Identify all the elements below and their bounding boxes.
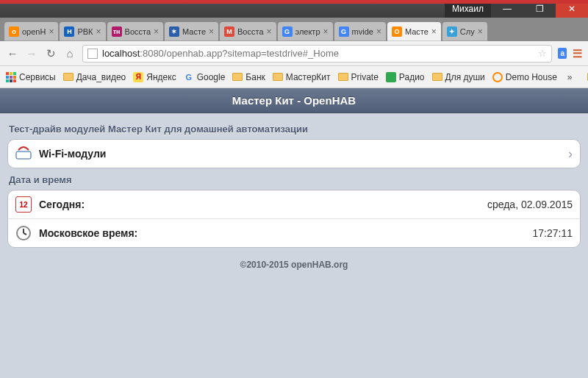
tab-close-icon[interactable]: × (267, 26, 272, 37)
browser-tab[interactable]: Gmvide× (334, 22, 386, 41)
tab-favicon: ✶ (169, 26, 179, 37)
bookmark-label: Demo House (506, 72, 557, 82)
bookmark-label: Private (351, 72, 379, 82)
bookmark-item[interactable]: Private (338, 72, 379, 82)
tab-label: Восста (125, 27, 151, 36)
tab-close-icon[interactable]: × (478, 26, 483, 37)
openhab-footer: ©2010-2015 openHAB.org (7, 248, 581, 282)
bookmark-item[interactable]: МастерКит (273, 72, 331, 82)
bookmark-label: Для души (445, 72, 485, 82)
tab-close-icon[interactable]: × (49, 26, 54, 37)
folder-icon (232, 73, 243, 81)
tab-label: Восста (237, 27, 264, 36)
forward-button[interactable]: → (25, 47, 38, 60)
apps-shortcut[interactable]: Сервисы (6, 72, 56, 82)
bookmark-label: Яндекс (146, 72, 176, 82)
home-button[interactable]: ⌂ (63, 47, 76, 60)
wifi-modules-row[interactable]: Wi-Fi-модули › (8, 140, 580, 168)
tab-label: mvide (352, 27, 373, 36)
page-content: Мастер Кит - OpenHAB Тест-драйв модулей … (0, 88, 588, 378)
tab-favicon: H (64, 26, 74, 37)
tab-close-icon[interactable]: × (323, 26, 329, 37)
tab-label: openH (22, 27, 46, 36)
address-bar[interactable]: localhost:8080/openhab.app?sitemap=testd… (82, 45, 552, 63)
folder-icon (338, 73, 348, 81)
browser-tab[interactable]: ✶Масте× (165, 22, 218, 41)
wifi-module-icon (15, 146, 32, 162)
bookmark-item[interactable]: Demo House (492, 72, 557, 82)
browser-tab[interactable]: ✦Слу× (442, 22, 487, 41)
folder-icon (432, 73, 442, 81)
browser-tab[interactable]: тнВосста× (107, 22, 164, 41)
calendar-icon: 12 (15, 196, 32, 213)
browser-tab[interactable]: OМасте× (387, 22, 441, 41)
wifi-modules-label: Wi-Fi-модули (39, 148, 106, 160)
tab-label: РВК (77, 27, 93, 36)
bookmark-item[interactable]: GGoogle (184, 72, 226, 82)
tab-favicon: O (392, 26, 402, 37)
tab-label: Масте (182, 27, 206, 36)
openhab-header: Мастер Кит - OpenHAB (0, 88, 588, 113)
today-value: среда, 02.09.2015 (85, 199, 573, 210)
clock-icon (15, 225, 32, 241)
svg-rect-0 (16, 151, 31, 159)
back-button[interactable]: ← (6, 47, 19, 60)
section-title-testdrive: Тест-драйв модулей Мастер Кит для домашн… (7, 118, 581, 139)
folder-icon (273, 73, 283, 81)
today-label: Сегодня: (39, 199, 85, 210)
apps-icon (6, 72, 16, 82)
tab-close-icon[interactable]: × (376, 26, 381, 37)
tab-favicon: ✦ (447, 26, 457, 37)
chevron-right-icon: › (568, 146, 573, 162)
bookmark-label: Дача_видео (76, 72, 126, 82)
bookmarks-overflow[interactable]: » (567, 72, 573, 82)
tab-favicon: M (224, 26, 234, 37)
tab-favicon: G (339, 26, 349, 37)
reload-button[interactable]: ↻ (44, 47, 57, 60)
folder-icon (63, 73, 74, 81)
browser-tab[interactable]: oopenH× (4, 22, 58, 41)
browser-tab[interactable]: MВосста× (220, 22, 276, 41)
tab-favicon: G (282, 26, 293, 37)
tab-close-icon[interactable]: × (154, 26, 159, 37)
chrome-menu-button[interactable]: ☰ (573, 47, 582, 60)
tab-label: Масте (405, 27, 429, 36)
bookmark-label: МастерКит (286, 72, 331, 82)
bookmark-label: Радио (399, 72, 425, 82)
today-row: 12 Сегодня: среда, 02.09.2015 (8, 190, 580, 218)
bookmark-star-icon[interactable]: ☆ (538, 48, 547, 59)
translate-icon[interactable]: a (558, 48, 567, 59)
bookmarks-bar: Сервисы Дача_видеоЯЯндексGGoogleБанкМаст… (0, 66, 588, 88)
browser-tab[interactable]: Gэлектр× (278, 22, 333, 41)
section-title-datetime: Дата и время (7, 168, 581, 190)
browser-tab-strip: oopenH×HРВК×тнВосста×✶Масте×MВосста×Gэле… (0, 18, 588, 41)
page-icon (87, 49, 98, 59)
bookmark-item[interactable]: ЯЯндекс (133, 72, 176, 82)
moscow-time-value: 17:27:11 (137, 227, 573, 239)
bookmark-label: Google (197, 72, 226, 82)
bookmark-label: Банк (245, 72, 265, 82)
tab-favicon: o (9, 26, 19, 37)
tab-label: электр (295, 27, 320, 36)
bookmark-item[interactable]: Радио (386, 72, 425, 82)
url-host: localhost (102, 48, 140, 59)
tab-label: Слу (460, 27, 475, 36)
tab-close-icon[interactable]: × (431, 26, 437, 37)
moscow-time-label: Московское время: (39, 227, 137, 239)
tab-close-icon[interactable]: × (209, 26, 214, 37)
browser-toolbar: ← → ↻ ⌂ localhost:8080/openhab.app?sitem… (0, 41, 588, 66)
url-path: :8080/openhab.app?sitemap=testdrive#_Hom… (140, 48, 339, 59)
bookmark-item[interactable]: Дача_видео (63, 72, 126, 82)
browser-tab[interactable]: HРВК× (60, 22, 105, 41)
moscow-time-row: Московское время: 17:27:11 (8, 218, 580, 247)
tab-favicon: тн (112, 26, 122, 37)
bookmark-item[interactable]: Для души (432, 72, 485, 82)
bookmark-item[interactable]: Банк (232, 72, 265, 82)
apps-label: Сервисы (19, 72, 56, 82)
tab-close-icon[interactable]: × (96, 26, 101, 37)
